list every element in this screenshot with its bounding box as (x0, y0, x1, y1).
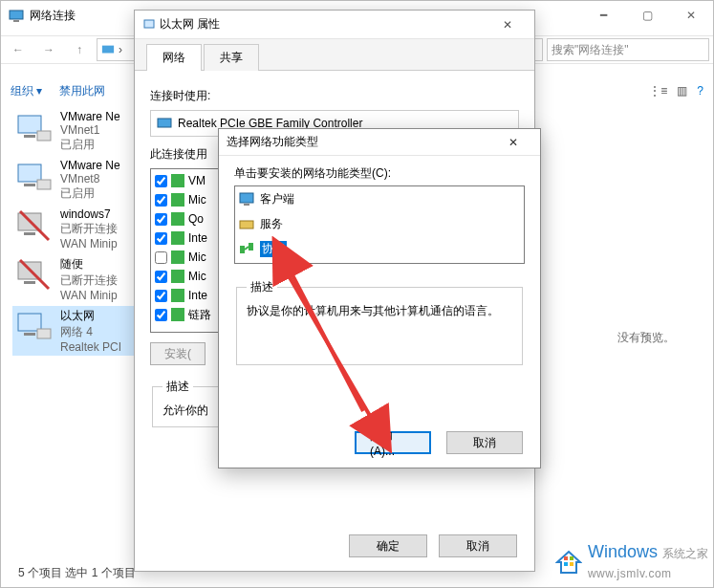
watermark-brand: Windows (588, 542, 658, 561)
protocol-icon (171, 250, 184, 264)
item-sub: VMnet1 (60, 123, 120, 137)
select-feature-type-dialog: 选择网络功能类型 ✕ 单击要安装的网络功能类型(C): 客户端 服务 协议 描述… (218, 128, 541, 468)
adapter-icon (16, 308, 54, 346)
forward-button[interactable]: → (35, 37, 62, 62)
dialog-titlebar: 选择网络功能类型 ✕ (219, 129, 540, 156)
tab-network[interactable]: 网络 (146, 44, 202, 71)
item-name: 以太网 (60, 308, 121, 324)
svg-rect-32 (249, 243, 253, 250)
protocol-label: Qo (188, 212, 204, 226)
protocol-label: Inte (188, 231, 207, 245)
service-icon (239, 216, 254, 231)
preview-message: 没有预览。 (617, 330, 675, 346)
svg-rect-31 (240, 246, 245, 253)
protocol-checkbox[interactable] (155, 194, 167, 207)
adapter-icon (16, 159, 54, 197)
svg-rect-24 (171, 250, 184, 264)
adapter-icon (157, 116, 172, 131)
tab-sharing[interactable]: 共享 (204, 44, 259, 71)
help-icon[interactable]: ? (697, 84, 703, 98)
dialog-titlebar: 以太网 属性 ✕ (135, 11, 534, 39)
preview-pane-icon[interactable]: ▥ (677, 84, 687, 98)
protocol-label: Inte (188, 289, 207, 302)
dialog-icon (142, 18, 156, 32)
svg-rect-17 (37, 329, 51, 338)
minimize-button[interactable]: ━ (581, 1, 625, 30)
explorer-title-text: 网络连接 (30, 8, 76, 24)
svg-rect-6 (18, 164, 41, 182)
item-status: WAN Minip (60, 289, 118, 302)
protocol-checkbox[interactable] (155, 175, 167, 187)
item-name: VMware Ne (60, 110, 120, 123)
close-icon[interactable]: ✕ (488, 18, 527, 32)
close-button[interactable]: ✕ (669, 1, 713, 30)
tabs: 网络 共享 (135, 39, 534, 71)
back-button[interactable]: ← (5, 37, 32, 62)
type-label: 服务 (260, 216, 283, 232)
protocol-checkbox[interactable] (155, 309, 167, 321)
protocol-checkbox[interactable] (155, 271, 167, 283)
protocol-checkbox[interactable] (155, 232, 167, 245)
svg-rect-26 (171, 289, 184, 302)
svg-rect-40 (570, 562, 573, 566)
search-placeholder: 搜索"网络连接" (552, 42, 629, 58)
feature-type-list[interactable]: 客户端 服务 协议 (234, 185, 525, 264)
close-icon[interactable]: ✕ (494, 136, 532, 149)
svg-rect-16 (24, 333, 35, 336)
protocol-checkbox[interactable] (155, 290, 167, 302)
item-sub: 已断开连接 (60, 221, 118, 237)
protocol-icon (171, 231, 184, 245)
search-input[interactable]: 搜索"网络连接" (547, 38, 709, 61)
item-sub: VMnet8 (60, 172, 120, 185)
svg-rect-29 (244, 204, 249, 206)
dialog-title: 选择网络功能类型 (227, 134, 318, 150)
item-sub: 网络 4 (60, 324, 121, 340)
protocol-label: 链路 (188, 307, 211, 323)
watermark-sub: 系统之家 (662, 547, 708, 560)
maximize-button[interactable]: ▢ (625, 1, 669, 30)
cancel-button[interactable]: 取消 (439, 534, 517, 557)
type-label: 协议 (260, 241, 287, 257)
house-icon (555, 549, 582, 576)
type-row-protocol[interactable]: 协议 (235, 236, 524, 261)
protocol-icon (171, 174, 184, 187)
type-row-service[interactable]: 服务 (235, 211, 524, 236)
svg-rect-0 (10, 11, 23, 19)
type-row-client[interactable]: 客户端 (235, 186, 524, 211)
adapter-icon (16, 256, 54, 294)
protocol-checkbox[interactable] (155, 213, 167, 226)
watermark: Windows 系统之家 www.jsmlv.com (555, 542, 708, 582)
ok-button[interactable]: 确定 (349, 534, 427, 557)
protocol-label: VM (188, 174, 206, 187)
type-label: 客户端 (260, 191, 294, 207)
window-controls: ━ ▢ ✕ (581, 1, 713, 30)
network-icon (101, 43, 115, 56)
svg-rect-3 (18, 116, 41, 133)
protocol-label: Mic (188, 250, 206, 264)
description-legend: 描述 (247, 279, 277, 295)
svg-rect-8 (37, 180, 51, 189)
connect-using-label: 连接时使用: (150, 88, 519, 104)
item-name: windows7 (60, 207, 118, 221)
protocol-checkbox[interactable] (155, 251, 167, 264)
adapter-icon (16, 110, 54, 148)
disable-device-button[interactable]: 禁用此网 (59, 83, 105, 99)
protocol-label: Mic (188, 270, 206, 283)
up-button[interactable]: ↑ (66, 37, 93, 62)
adapter-icon (16, 207, 54, 246)
view-menu-icon[interactable]: ⋮≡ (649, 84, 667, 98)
description-text: 协议是你的计算机用来与其他计算机通信的语言。 (247, 303, 512, 319)
svg-rect-23 (171, 231, 184, 245)
svg-rect-27 (171, 308, 184, 321)
protocol-icon (239, 241, 254, 256)
install-button[interactable]: 安装( (150, 342, 206, 365)
cancel-button[interactable]: 取消 (446, 431, 523, 454)
svg-rect-7 (24, 184, 35, 186)
status-bar: 5 个项目 选中 1 个项目 (18, 565, 136, 581)
protocol-icon (171, 212, 184, 226)
add-button[interactable]: 添加(A)... (355, 431, 431, 454)
item-status: 已启用 (60, 185, 120, 202)
svg-line-33 (245, 247, 249, 250)
prompt-label: 单击要安装的网络功能类型(C): (234, 165, 525, 182)
organize-menu[interactable]: 组织 ▾ (11, 83, 42, 99)
